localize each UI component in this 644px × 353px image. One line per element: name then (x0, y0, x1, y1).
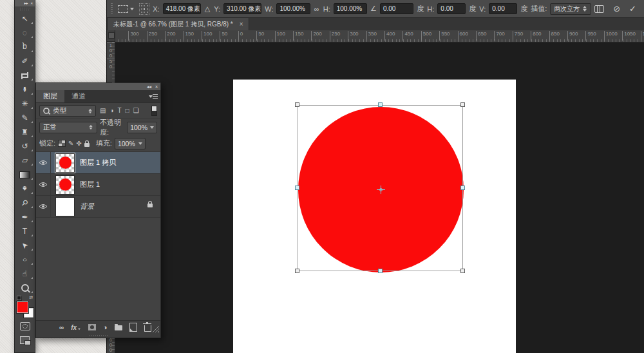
pen-tool[interactable]: ✒ (15, 210, 35, 224)
h-ruler-label: 100 (275, 31, 285, 41)
transform-handle-top-left[interactable] (295, 102, 299, 107)
cancel-transform-button[interactable]: ⊘ (613, 4, 620, 14)
reference-point-locator[interactable] (139, 3, 149, 15)
eraser-tool[interactable]: ▱ (15, 153, 35, 167)
elliptical-marquee-tool[interactable]: ◌ (15, 26, 35, 40)
transform-handle-bottom-right[interactable] (460, 269, 465, 273)
h-skew-field[interactable]: 0.00 (437, 3, 466, 14)
layer-name[interactable]: 图层 1 (80, 180, 100, 189)
panel-collapse-icon[interactable]: ◂◂ (147, 83, 151, 90)
opacity-select[interactable]: 100% (127, 122, 157, 133)
layer-thumbnail[interactable] (55, 197, 75, 216)
height-field[interactable]: 100.00% (334, 3, 367, 14)
tab-channels[interactable]: 通道 (64, 90, 93, 102)
options-bar-grip[interactable] (111, 3, 113, 15)
transform-handle-bottom-left[interactable] (295, 269, 299, 273)
fill-select[interactable]: 100% (115, 138, 146, 149)
transform-reference-point[interactable] (378, 187, 384, 193)
toolbox-close-icon[interactable]: × (30, 0, 33, 6)
layer-thumbnail[interactable] (55, 175, 75, 195)
ellipse-shape-tool[interactable]: ○ (15, 253, 35, 267)
warp-mode-toggle-button[interactable] (594, 5, 604, 13)
ruler-origin-corner[interactable] (107, 30, 115, 42)
v-skew-field[interactable]: 0.00 (489, 3, 517, 14)
refpoint-dot (141, 12, 142, 13)
horizontal-ruler[interactable]: 0300250200150100500501001502002503003504… (107, 30, 644, 43)
toolbox-collapse-icon[interactable]: ▸▸ (24, 0, 28, 6)
gradient-tool[interactable] (15, 167, 35, 182)
layer-name[interactable]: 图层 1 拷贝 (80, 158, 116, 167)
blend-mode-select[interactable]: 正常 (39, 122, 97, 133)
layer-row-layer-1[interactable]: 图层 1 (36, 174, 160, 196)
panel-close-icon[interactable]: × (155, 83, 158, 90)
lock-transparency-icon[interactable] (58, 140, 66, 147)
lock-all-icon[interactable] (84, 143, 90, 147)
toolbox-drag-grip[interactable] (15, 6, 35, 12)
layer-filter-select[interactable]: 类型 (39, 105, 96, 117)
swap-colors-icon[interactable]: ⇄ (29, 295, 33, 300)
link-layers-button[interactable]: ∞ (59, 324, 64, 331)
transform-handle-middle-left[interactable] (295, 186, 299, 190)
updown-arrows-icon (89, 108, 93, 113)
delete-layer-button[interactable] (144, 325, 151, 332)
blur-tool[interactable]: ♠ (15, 182, 35, 196)
lock-position-icon[interactable]: ✜ (76, 140, 81, 147)
default-colors-icon[interactable] (17, 296, 22, 301)
x-position-field[interactable]: 418.00 像素 (163, 3, 201, 14)
document-tab[interactable]: 未标题-1 @ 66.7% (图层 1 拷贝, RGB/8) * × (108, 18, 249, 30)
new-layer-button[interactable] (129, 323, 137, 332)
visibility-toggle[interactable] (36, 196, 51, 217)
pixel-layer-filter-icon[interactable]: ▤ (100, 108, 106, 114)
foreground-color-swatch[interactable] (17, 301, 28, 313)
screen-mode-button[interactable] (15, 333, 35, 347)
filter-toggle-switch[interactable] (151, 106, 157, 116)
transform-handle-bottom-center[interactable] (378, 269, 383, 273)
path-selection-tool[interactable]: ➤ (15, 238, 35, 253)
y-position-field[interactable]: 310.00 像素 (223, 3, 261, 14)
shape-layer-filter-icon[interactable]: □ (126, 108, 129, 114)
visibility-toggle[interactable] (36, 152, 51, 173)
quick-selection-tool[interactable]: ✐ (15, 54, 35, 68)
interpolation-select[interactable]: 两次立方 (550, 3, 591, 15)
panel-bottom-edge[interactable] (36, 334, 160, 338)
visibility-toggle[interactable] (36, 174, 51, 195)
tab-close-icon[interactable]: × (240, 21, 243, 28)
layer-thumbnail[interactable] (55, 153, 75, 173)
smart-object-filter-icon[interactable]: ❏ (133, 108, 139, 114)
panel-menu-icon[interactable] (149, 93, 158, 99)
dodge-tool[interactable]: ⚲ (15, 196, 35, 210)
brush-tool[interactable]: ✎ (15, 111, 35, 125)
clone-stamp-tool[interactable]: ♜ (15, 125, 35, 139)
transform-handle-middle-right[interactable] (460, 186, 465, 190)
commit-transform-button[interactable]: ✓ (629, 4, 636, 14)
transform-tool-icon[interactable] (116, 4, 136, 14)
transform-handle-top-right[interactable] (460, 102, 465, 107)
spot-healing-brush-tool[interactable]: ✳ (15, 97, 35, 111)
eyedropper-tool[interactable]: ✒ (15, 82, 35, 97)
layer-name[interactable]: 背景 (80, 202, 94, 211)
width-field[interactable]: 100.00% (276, 3, 310, 14)
new-group-button[interactable] (115, 325, 122, 330)
lasso-tool[interactable]: ɋ (15, 40, 35, 54)
crop-tool[interactable] (15, 68, 35, 82)
maintain-aspect-ratio-button[interactable]: ∞ (314, 5, 320, 13)
h-ruler-label: 1050 (622, 31, 636, 41)
layer-row-layer-1-copy[interactable]: 图层 1 拷贝 (36, 152, 160, 174)
layer-style-button[interactable]: fx (71, 324, 81, 331)
adjustment-layer-filter-icon[interactable]: ◑ (109, 108, 113, 114)
hand-tool[interactable]: ☝ (15, 267, 35, 281)
tab-layers[interactable]: 图层 (36, 90, 64, 102)
transform-handle-top-center[interactable] (378, 102, 383, 107)
type-tool[interactable]: T (15, 224, 35, 238)
type-layer-filter-icon[interactable]: T (118, 108, 122, 114)
add-layer-mask-button[interactable] (88, 324, 96, 330)
relative-positioning-button[interactable]: △ (204, 5, 211, 13)
move-tool[interactable]: ↖ (15, 12, 35, 26)
zoom-tool[interactable] (15, 281, 35, 295)
rotate-angle-field[interactable]: 0.00 (380, 3, 413, 14)
history-brush-tool[interactable]: ↺ (15, 139, 35, 153)
quick-mask-button[interactable] (15, 320, 35, 333)
layer-row-background[interactable]: 背景 (36, 196, 160, 218)
new-adjustment-layer-button[interactable]: ◑ (103, 323, 108, 331)
lock-pixels-icon[interactable]: ✎ (68, 140, 73, 147)
